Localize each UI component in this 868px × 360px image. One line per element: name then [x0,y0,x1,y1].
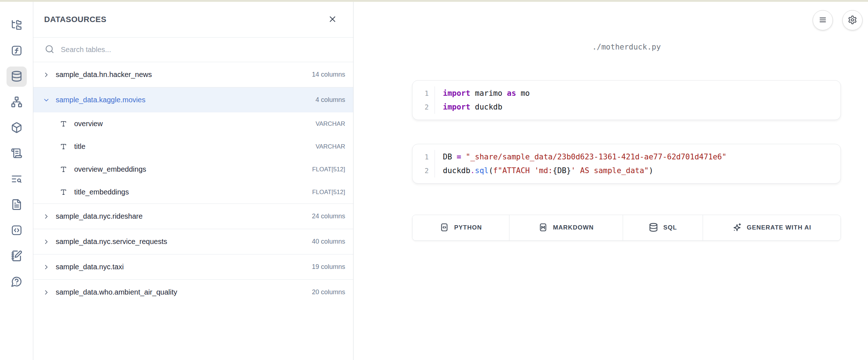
file-tree-icon [11,19,22,32]
search-icon [45,44,54,55]
code-line: import duckdb [443,100,530,114]
type-text-icon [60,189,67,196]
scroll-text-icon [11,147,22,160]
table-columns-count: 20 columns [312,288,345,296]
code-token: duckdb [470,103,503,111]
sidebar-item-documentation[interactable] [7,195,27,215]
tables-list: sample_data.hn.hacker_news 14 columns sa… [33,62,353,360]
generate-with-ai-button[interactable]: GENERATE WITH AI [703,215,841,240]
line-number-gutter: 1 2 [412,150,435,177]
message-question-icon [11,276,22,288]
button-label: MARKDOWN [553,224,594,231]
sidebar-item-help[interactable] [7,272,27,292]
table-columns-count: 40 columns [312,238,345,245]
table-row-nyc-rideshare[interactable]: sample_data.nyc.rideshare 24 columns [33,203,353,229]
code-token: import [443,89,470,98]
code-cell-attach-db[interactable]: 1 2 DB = "_share/sample_data/23b0d623-13… [412,144,841,184]
sidebar-item-scratchpad[interactable] [7,246,27,266]
database-icon [11,70,22,83]
code-token [461,153,466,161]
line-number: 2 [425,100,429,114]
column-name: overview_embeddings [74,165,305,173]
sparkles-icon [732,223,742,233]
type-text-icon [60,166,67,173]
table-name: sample_data.nyc.rideshare [56,212,306,220]
table-name: sample_data.nyc.service_requests [56,237,306,246]
button-label: PYTHON [454,224,482,231]
column-row-title-embeddings[interactable]: title_embeddings FLOAT[512] [33,181,353,203]
code-editor[interactable]: DB = "_share/sample_data/23b0d623-1361-4… [435,150,727,177]
code-token: as [507,89,516,98]
panel-header: DATASOURCES [33,0,353,38]
code-token: f"ATTACH 'md: [493,166,552,175]
datasources-panel: DATASOURCES sample_data.hn.hacker_news 1… [33,0,353,360]
box-icon [11,122,22,134]
marimo-app: DATASOURCES sample_data.hn.hacker_news 1… [0,0,868,360]
sidebar-item-variables[interactable] [7,41,27,61]
table-columns-count: 24 columns [312,213,345,220]
code-token: mo [516,89,530,98]
close-panel-button[interactable] [328,14,337,25]
code-token: marimo [470,89,507,98]
network-icon [11,96,22,109]
sidebar-item-dependencies[interactable] [7,92,27,112]
code-line: duckdb.sql(f"ATTACH 'md:{DB}' AS sample_… [443,164,727,177]
code-token: {DB} [552,166,571,175]
column-name: overview [74,120,308,128]
table-row-who-ambient-air-quality[interactable]: sample_data.who.ambient_air_quality 20 c… [33,279,353,305]
code-token: DB [443,153,457,161]
sidebar-item-packages[interactable] [7,118,27,138]
sidebar-item-search-logs[interactable] [7,169,27,189]
sidebar-item-logs[interactable] [7,143,27,164]
line-number: 2 [425,164,429,177]
brand-top-strip [0,0,868,2]
sidebar-item-snippets[interactable] [7,220,27,241]
chevron-right-icon [43,71,50,78]
code-line: import marimo as mo [443,86,530,100]
column-row-overview[interactable]: overview VARCHAR [33,112,353,135]
code-square-icon [440,223,449,233]
chevron-right-icon [43,263,50,271]
notebook-column: ./motherduck.py 1 2 import marimo as mo … [412,0,841,241]
button-label: SQL [663,224,677,231]
text-search-icon [11,173,22,186]
icon-rail [0,0,33,360]
column-name: title [74,142,308,151]
sidebar-item-datasources[interactable] [7,67,27,87]
column-type: FLOAT[512] [312,189,345,196]
add-markdown-cell-button[interactable]: MARKDOWN [509,215,623,240]
add-sql-cell-button[interactable]: SQL [623,215,703,240]
table-row-nyc-taxi[interactable]: sample_data.nyc.taxi 19 columns [33,254,353,279]
table-row-nyc-service-requests[interactable]: sample_data.nyc.service_requests 40 colu… [33,229,353,254]
chevron-right-icon [43,213,50,220]
notebook-pen-icon [11,250,22,263]
code-token: ( [488,166,493,175]
type-text-icon [60,120,67,127]
column-row-overview-embeddings[interactable]: overview_embeddings FLOAT[512] [33,158,353,181]
chevron-right-icon [43,238,50,245]
code-token: sql [475,166,489,175]
settings-button[interactable] [842,10,863,30]
table-row-kaggle-movies[interactable]: sample_data.kaggle.movies 4 columns [33,87,353,112]
sidebar-item-file-tree[interactable] [7,15,27,35]
add-cell-toolbar: PYTHON MARKDOWN SQL GENERATE WITH AI [412,215,841,241]
notebook-filename: ./motherduck.py [412,43,841,51]
code-token: ' AS sample_data" [571,166,649,175]
add-python-cell-button[interactable]: PYTHON [412,215,509,240]
search-input[interactable] [61,46,344,54]
table-name: sample_data.kaggle.movies [56,96,310,104]
table-row-hacker-news[interactable]: sample_data.hn.hacker_news 14 columns [33,62,353,87]
column-row-title[interactable]: title VARCHAR [33,135,353,158]
column-name: title_embeddings [74,188,305,196]
code-token: = [457,153,461,161]
file-text-icon [11,199,22,211]
code-editor[interactable]: import marimo as mo import duckdb [435,86,530,114]
line-number-gutter: 1 2 [412,86,435,114]
table-columns-count: 4 columns [316,96,345,104]
search-bar [33,38,353,62]
notebook-pane: ./motherduck.py 1 2 import marimo as mo … [353,0,868,360]
column-type: FLOAT[512] [312,166,345,173]
code-cell-imports[interactable]: 1 2 import marimo as mo import duckdb [412,80,841,120]
chevron-right-icon [43,289,50,296]
table-columns-count: 14 columns [312,71,345,78]
